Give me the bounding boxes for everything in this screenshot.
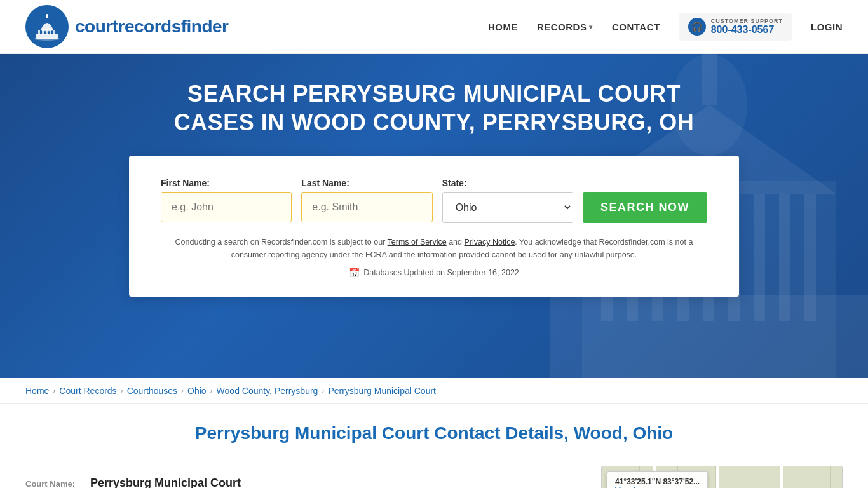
details-table: Court Name: Perrysburg Municipal Court S… bbox=[25, 466, 576, 488]
logo-text: courtrecordsfinder bbox=[75, 17, 229, 37]
privacy-link[interactable]: Privacy Notice bbox=[464, 238, 515, 247]
breadcrumb-sep-4: › bbox=[210, 386, 213, 395]
breadcrumb-current: Perrysburg Municipal Court bbox=[328, 386, 436, 396]
first-name-input[interactable] bbox=[161, 192, 292, 222]
db-update: 📅 Databases Updated on September 16, 202… bbox=[161, 268, 707, 278]
hero-title: SEARCH PERRYSBURG MUNICIPAL COURT CASES … bbox=[148, 79, 720, 137]
logo-icon bbox=[25, 5, 69, 48]
site-header: courtrecordsfinder HOME RECORDS ▾ CONTAC… bbox=[0, 0, 868, 54]
map-road-v2 bbox=[716, 466, 719, 488]
last-name-label: Last Name: bbox=[301, 178, 432, 188]
svg-rect-2 bbox=[38, 30, 40, 35]
calendar-icon: 📅 bbox=[349, 268, 360, 278]
breadcrumb-wood-county[interactable]: Wood County, Perrysburg bbox=[217, 386, 318, 396]
breadcrumb-ohio[interactable]: Ohio bbox=[187, 386, 207, 396]
section-title: Perrysburg Municipal Court Contact Detai… bbox=[25, 423, 843, 444]
state-label: State: bbox=[442, 178, 573, 188]
svg-rect-20 bbox=[804, 194, 816, 321]
map-overlay: 41°33'25.1"N 83°37'52... View larger map bbox=[607, 471, 708, 488]
search-disclaimer: Conducting a search on Recordsfinder.com… bbox=[161, 236, 707, 261]
support-text: CUSTOMER SUPPORT 800-433-0567 bbox=[711, 18, 783, 36]
last-name-input[interactable] bbox=[301, 192, 432, 222]
breadcrumb-sep-5: › bbox=[322, 386, 324, 395]
detail-row-court-name: Court Name: Perrysburg Municipal Court bbox=[25, 466, 576, 488]
map-container[interactable]: 📍 📍 Perrys Farme 41°33'25.1"N 83°37'52..… bbox=[601, 466, 843, 488]
hero-content: SEARCH PERRYSBURG MUNICIPAL COURT CASES … bbox=[148, 79, 720, 297]
map-coords: 41°33'25.1"N 83°37'52... bbox=[615, 477, 700, 486]
nav-contact[interactable]: CONTACT bbox=[612, 22, 660, 32]
breadcrumb-sep-2: › bbox=[121, 386, 123, 395]
breadcrumb-home[interactable]: Home bbox=[25, 386, 49, 396]
court-name-label: Court Name: bbox=[25, 479, 83, 488]
first-name-group: First Name: bbox=[161, 178, 292, 223]
svg-rect-18 bbox=[754, 194, 765, 321]
nav-home[interactable]: HOME bbox=[488, 22, 518, 32]
last-name-group: Last Name: bbox=[301, 178, 432, 223]
hero-section: SEARCH PERRYSBURG MUNICIPAL COURT CASES … bbox=[0, 54, 868, 378]
map-road-v3 bbox=[780, 466, 783, 488]
first-name-label: First Name: bbox=[161, 178, 292, 188]
state-group: State: Ohio AlabamaAlaskaArizonaArkansas… bbox=[442, 178, 573, 223]
svg-point-9 bbox=[46, 14, 48, 17]
breadcrumb-sep-3: › bbox=[181, 386, 184, 395]
search-box: First Name: Last Name: State: Ohio Alaba… bbox=[129, 156, 739, 297]
headset-icon: 🎧 bbox=[688, 18, 706, 36]
search-fields: First Name: Last Name: State: Ohio Alaba… bbox=[161, 178, 707, 223]
db-update-text: Databases Updated on September 16, 2022 bbox=[363, 268, 519, 277]
details-map-row: Court Name: Perrysburg Municipal Court S… bbox=[25, 466, 843, 488]
breadcrumb: Home › Court Records › Courthouses › Ohi… bbox=[0, 378, 868, 404]
login-button[interactable]: LOGIN bbox=[811, 22, 843, 32]
breadcrumb-sep-1: › bbox=[53, 386, 55, 395]
support-area[interactable]: 🎧 CUSTOMER SUPPORT 800-433-0567 bbox=[679, 13, 792, 41]
svg-rect-6 bbox=[53, 30, 55, 35]
support-phone: 800-433-0567 bbox=[711, 24, 783, 36]
logo-area[interactable]: courtrecordsfinder bbox=[25, 5, 229, 48]
state-select[interactable]: Ohio AlabamaAlaskaArizonaArkansas Califo… bbox=[442, 192, 573, 223]
support-label: CUSTOMER SUPPORT bbox=[711, 18, 783, 24]
content-area: Perrysburg Municipal Court Contact Detai… bbox=[0, 404, 868, 488]
svg-rect-19 bbox=[779, 194, 790, 321]
chevron-down-icon: ▾ bbox=[589, 24, 593, 30]
court-name-value: Perrysburg Municipal Court bbox=[90, 477, 241, 488]
breadcrumb-court-records[interactable]: Court Records bbox=[59, 386, 116, 396]
search-button[interactable]: SEARCH NOW bbox=[583, 192, 707, 223]
svg-point-7 bbox=[41, 29, 53, 32]
main-nav: HOME RECORDS ▾ CONTACT 🎧 CUSTOMER SUPPOR… bbox=[488, 13, 843, 41]
map-area: 📍 📍 Perrys Farme 41°33'25.1"N 83°37'52..… bbox=[601, 466, 843, 488]
breadcrumb-courthouses[interactable]: Courthouses bbox=[127, 386, 177, 396]
nav-records[interactable]: RECORDS ▾ bbox=[537, 22, 593, 32]
terms-link[interactable]: Terms of Service bbox=[388, 238, 447, 247]
